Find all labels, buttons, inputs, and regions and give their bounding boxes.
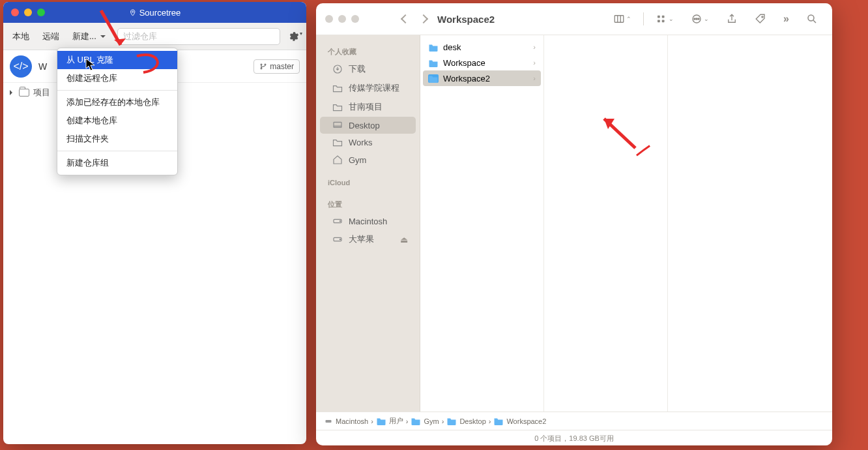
svg-point-2: [261, 68, 262, 69]
folder-icon: [332, 84, 343, 93]
svg-point-1: [261, 64, 262, 65]
sourcetree-title: Sourcetree: [129, 8, 181, 18]
more-icon[interactable]: »: [778, 13, 794, 25]
sidebar-head-fav: 个人收藏: [316, 44, 420, 59]
zoom-dot[interactable]: [37, 8, 45, 16]
svg-rect-11: [662, 16, 665, 18]
chevron-right-icon: ›: [533, 59, 536, 67]
pin-icon: [129, 9, 136, 16]
minimize-dot[interactable]: [24, 8, 32, 16]
gear-icon[interactable]: ▾: [287, 31, 302, 42]
svg-point-16: [698, 18, 699, 20]
sourcetree-toolbar: 本地 远端 新建... 过滤仓库 ▾: [3, 23, 306, 50]
download-icon: [332, 64, 343, 74]
sidebar-item-desktop[interactable]: Desktop: [320, 117, 416, 134]
dropdown-new-group[interactable]: 新建仓库组: [57, 154, 177, 172]
dropdown-create-remote[interactable]: 创建远程仓库: [57, 69, 177, 87]
traffic-lights: [3, 8, 45, 16]
finder-toolbar: Workspace2 ⌃ ⌄ ⌄ »: [316, 3, 832, 35]
minimize-dot[interactable]: [338, 15, 346, 23]
finder-body: 个人收藏 下载 传媒学院课程 甘南项目 Desktop Works: [316, 35, 832, 412]
home-icon: [332, 155, 343, 165]
sidebar-item-macintosh[interactable]: Macintosh: [320, 213, 416, 230]
dropdown-scan-folder[interactable]: 扫描文件夹: [57, 130, 177, 148]
svg-point-18: [808, 15, 814, 21]
finder-pathbar: Macintosh › 用户 › Gym › Desktop › Workspa…: [316, 412, 832, 430]
svg-point-24: [340, 220, 340, 221]
sidebar-item-bigapple[interactable]: 大苹果 ⏏: [320, 230, 416, 248]
column-view-icon[interactable]: ⌃: [608, 13, 637, 25]
sidebar-item-gym[interactable]: Gym: [320, 151, 416, 168]
branch-button[interactable]: master: [253, 59, 300, 74]
back-icon[interactable]: [401, 14, 410, 23]
finder-columns: desk › Workspace › Workspace2 ›: [420, 35, 832, 412]
dropdown-create-local[interactable]: 创建本地仓库: [57, 112, 177, 130]
svg-point-3: [265, 64, 266, 65]
sidebar-head-icloud: iCloud: [316, 176, 420, 189]
path-users[interactable]: 用户: [376, 416, 403, 426]
dropdown-separator: [57, 151, 177, 151]
svg-point-26: [340, 239, 340, 239]
disk-icon: [332, 234, 343, 245]
share-icon[interactable]: [721, 13, 743, 25]
svg-rect-21: [334, 122, 341, 127]
folder-icon: [19, 89, 29, 97]
close-dot[interactable]: [11, 8, 19, 16]
svg-line-19: [813, 20, 816, 23]
sourcetree-window: Sourcetree 本地 远端 新建... 过滤仓库 ▾ </> W mast…: [3, 2, 306, 444]
folder-icon: [332, 103, 343, 112]
finder-traffic-lights: [325, 15, 396, 23]
action-icon[interactable]: ⌄: [686, 13, 714, 25]
dropdown-separator: [57, 90, 177, 91]
tab-local[interactable]: 本地: [7, 28, 35, 45]
svg-point-14: [696, 18, 697, 20]
eject-icon[interactable]: ⏏: [400, 235, 408, 245]
svg-rect-10: [658, 20, 660, 23]
svg-point-17: [762, 16, 763, 18]
desktop-icon: [332, 120, 343, 130]
tab-remote[interactable]: 远端: [37, 28, 65, 45]
dropdown-add-existing[interactable]: 添加已经存在的本地仓库: [57, 93, 177, 112]
sourcetree-titlebar: Sourcetree: [3, 2, 306, 23]
dropdown-clone-url[interactable]: 从 URL 克隆: [57, 51, 177, 69]
svg-point-15: [694, 18, 695, 20]
forward-icon[interactable]: [419, 14, 428, 23]
sidebar-item-works[interactable]: Works: [320, 134, 416, 151]
sidebar-item-downloads[interactable]: 下载: [320, 60, 416, 78]
path-workspace2[interactable]: Workspace2: [493, 417, 546, 425]
col-item-workspace[interactable]: Workspace ›: [423, 55, 541, 70]
path-desktop[interactable]: Desktop: [446, 417, 485, 425]
chevron-right-icon: ›: [533, 74, 536, 82]
svg-rect-9: [658, 16, 660, 18]
tab-new[interactable]: 新建...: [67, 28, 111, 45]
finder-title: Workspace2: [437, 14, 495, 25]
group-icon[interactable]: ⌄: [650, 13, 679, 25]
new-dropdown: 从 URL 克隆 创建远程仓库 添加已经存在的本地仓库 创建本地仓库 扫描文件夹…: [57, 48, 178, 175]
zoom-dot[interactable]: [351, 15, 359, 23]
sidebar-item-media[interactable]: 传媒学院课程: [320, 79, 416, 97]
chevron-right-icon: ›: [533, 43, 536, 51]
svg-point-0: [132, 10, 133, 12]
finder-column-3: [668, 35, 832, 412]
folder-icon: [332, 138, 343, 147]
tag-icon[interactable]: [749, 13, 772, 25]
filter-input[interactable]: 过滤仓库: [117, 28, 280, 45]
svg-rect-12: [662, 20, 665, 23]
finder-status: 0 个项目，19.83 GB可用: [316, 430, 832, 445]
close-dot[interactable]: [325, 15, 333, 23]
sidebar-item-gannan[interactable]: 甘南项目: [320, 98, 416, 116]
finder-sidebar: 个人收藏 下载 传媒学院课程 甘南项目 Desktop Works: [316, 35, 420, 412]
col-item-desk[interactable]: desk ›: [423, 39, 541, 55]
branch-icon: [259, 63, 267, 70]
finder-column-2: [544, 35, 668, 412]
disk-icon: [332, 216, 343, 226]
path-gym[interactable]: Gym: [411, 417, 439, 425]
finder-window: Workspace2 ⌃ ⌄ ⌄ » 个人收藏: [316, 3, 832, 445]
triangle-icon: [10, 90, 15, 95]
svg-rect-29: [326, 420, 332, 423]
svg-rect-6: [615, 16, 624, 23]
finder-nav: [402, 16, 427, 22]
search-icon[interactable]: [801, 13, 823, 25]
col-item-workspace2[interactable]: Workspace2 ›: [423, 70, 541, 86]
path-disk[interactable]: Macintosh: [324, 417, 368, 425]
